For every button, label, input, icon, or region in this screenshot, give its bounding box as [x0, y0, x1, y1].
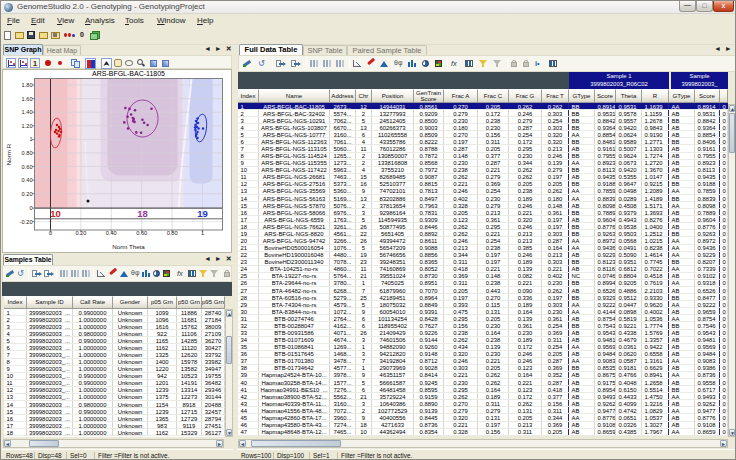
- svg-text:0.60: 0.60: [22, 164, 33, 170]
- svg-text:1.40: 1.40: [22, 109, 33, 115]
- svg-text:Norm R: Norm R: [5, 143, 12, 165]
- svg-text:19: 19: [197, 208, 208, 219]
- svg-text:10: 10: [50, 208, 61, 219]
- svg-text:ARS-BFGL-BAC-11805: ARS-BFGL-BAC-11805: [92, 70, 165, 77]
- svg-text:0.20: 0.20: [22, 191, 33, 197]
- svg-text:0.80: 0.80: [22, 150, 33, 156]
- svg-text:1.60: 1.60: [22, 96, 33, 102]
- svg-text:18: 18: [137, 208, 148, 219]
- svg-text:0.40: 0.40: [22, 177, 33, 183]
- svg-text:1.20: 1.20: [22, 123, 33, 129]
- svg-text:-0.20: -0.20: [20, 219, 33, 225]
- svg-text:Norm Theta: Norm Theta: [112, 243, 145, 250]
- svg-text:1.80: 1.80: [22, 82, 33, 88]
